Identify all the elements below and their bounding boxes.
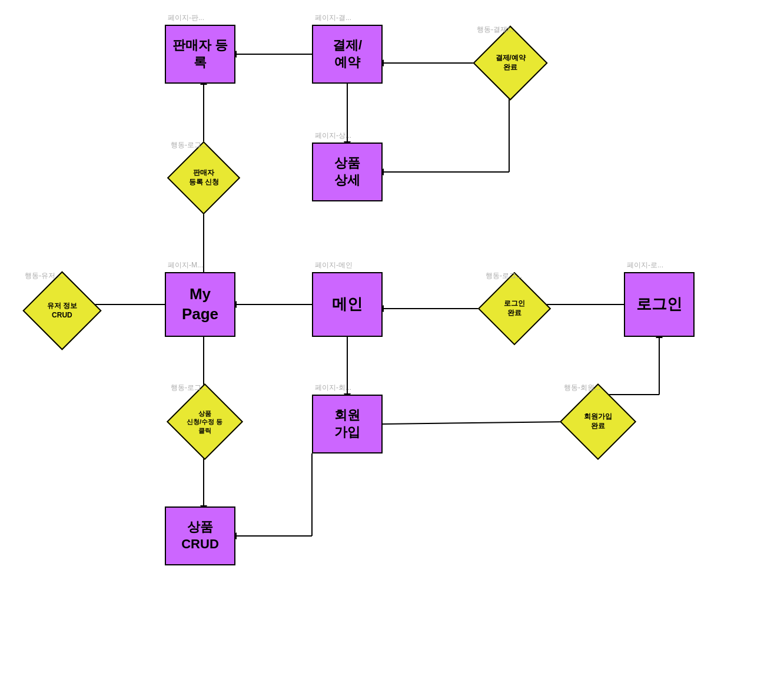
action-login-complete[interactable]: 로그인완료 (478, 272, 551, 345)
label-signup-complete: 행동-회원... (564, 383, 600, 393)
action-product-click[interactable]: 상품신청/수정 등클릭 (167, 383, 243, 460)
page-mypage[interactable]: MyPage (165, 272, 235, 337)
label-signup: 페이지-회... (315, 383, 351, 393)
svg-line-25 (383, 422, 571, 424)
action-user-crud[interactable]: 유저 정보CRUD (22, 271, 101, 350)
label-product-click: 행동-로그... (171, 383, 207, 393)
action-payment-complete[interactable]: 결제/예약완료 (473, 25, 547, 100)
label-seller-apply: 행동-로그... (171, 140, 207, 150)
connection-lines (0, 0, 784, 682)
action-signup-complete[interactable]: 회원가입완료 (560, 383, 636, 460)
diagram-container: 판매자 등록 페이지-판... 결제/예약 페이지-결... 상품상세 페이지-… (0, 0, 784, 682)
label-seller-reg: 페이지-판... (168, 13, 204, 23)
action-seller-apply[interactable]: 판매자등록 신청 (167, 141, 240, 214)
page-seller-reg[interactable]: 판매자 등록 (165, 25, 235, 84)
label-payment-complete: 행동-결제/... (477, 25, 515, 35)
page-signup[interactable]: 회원가입 (312, 395, 383, 453)
label-user-crud: 행동-유저 ... (25, 271, 63, 281)
page-product-crud[interactable]: 상품CRUD (165, 506, 235, 565)
page-login[interactable]: 로그인 (624, 272, 695, 337)
page-main[interactable]: 메인 (312, 272, 383, 337)
label-main: 페이지-메인 (315, 260, 353, 270)
label-payment: 페이지-결... (315, 13, 351, 23)
label-login: 페이지-로... (627, 260, 663, 270)
label-login-complete: 행동-로그... (486, 271, 522, 281)
label-mypage: 페이지-M... (168, 260, 203, 270)
label-product-detail: 페이지-상... (315, 131, 351, 141)
page-product-detail[interactable]: 상품상세 (312, 143, 383, 201)
page-payment[interactable]: 결제/예약 (312, 25, 383, 84)
